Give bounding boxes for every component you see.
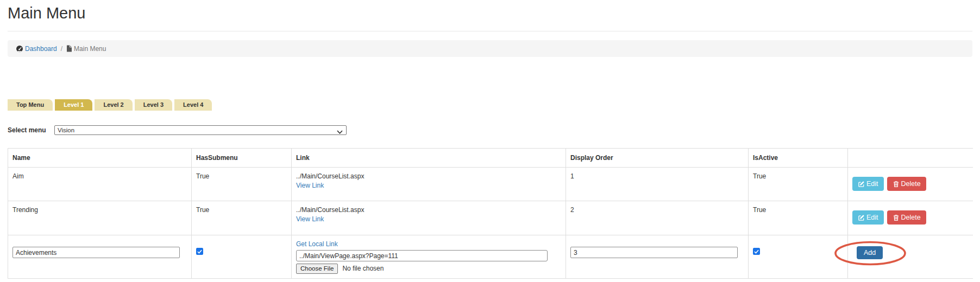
- cell-actions: Edit Delete: [848, 168, 973, 201]
- column-header-link: Link: [292, 149, 566, 168]
- chevron-down-icon: [337, 129, 343, 135]
- tab-top-menu[interactable]: Top Menu: [8, 99, 53, 111]
- link-url-input[interactable]: [296, 250, 548, 261]
- cell-is-active: True: [749, 201, 848, 235]
- tab-level-4[interactable]: Level 4: [174, 99, 212, 111]
- cell-name-input: [8, 235, 192, 279]
- breadcrumb: Dashboard / Main Menu: [8, 40, 972, 57]
- breadcrumb-current-label: Main Menu: [74, 45, 106, 53]
- tab-level-3[interactable]: Level 3: [135, 99, 172, 111]
- cell-name: Aim: [8, 168, 192, 201]
- tab-level-1[interactable]: Level 1: [55, 99, 92, 111]
- file-status-text: No file chosen: [342, 264, 384, 273]
- view-link[interactable]: View Link: [296, 215, 324, 223]
- cell-has-submenu: True: [192, 201, 292, 235]
- breadcrumb-dashboard-link[interactable]: Dashboard: [16, 45, 57, 53]
- column-header-display-order: Display Order: [566, 149, 749, 168]
- cell-is-active-checkbox: [749, 235, 848, 279]
- cell-add-action: Add: [848, 235, 973, 279]
- cell-actions: Edit Delete: [848, 201, 973, 235]
- cell-name: Trending: [8, 201, 192, 235]
- tab-level-2[interactable]: Level 2: [95, 99, 132, 111]
- cell-link-input: Get Local Link Choose File No file chose…: [292, 235, 566, 279]
- edit-icon: [858, 181, 865, 188]
- table-header-row: Name HasSubmenu Link Display Order IsAct…: [8, 149, 973, 168]
- table-row: Aim True ../Main/CourseList.aspx View Li…: [8, 168, 973, 201]
- has-submenu-checkbox[interactable]: [196, 248, 203, 255]
- column-header-name: Name: [8, 149, 192, 168]
- file-icon: [66, 45, 72, 52]
- display-order-input[interactable]: [570, 247, 738, 258]
- tab-strip: Top Menu Level 1 Level 2 Level 3 Level 4: [8, 99, 212, 111]
- link-url: ../Main/CourseList.aspx: [296, 172, 561, 181]
- edit-button-label: Edit: [866, 180, 878, 188]
- menu-select-value: Vision: [58, 127, 74, 133]
- menu-table: Name HasSubmenu Link Display Order IsAct…: [8, 148, 973, 279]
- is-active-checkbox[interactable]: [753, 248, 760, 255]
- cell-display-order: 2: [566, 201, 749, 235]
- title-divider: [8, 31, 972, 31]
- delete-button-label: Delete: [901, 214, 921, 221]
- get-local-link[interactable]: Get Local Link: [296, 240, 338, 248]
- breadcrumb-dashboard-label: Dashboard: [25, 45, 57, 53]
- select-menu-label: Select menu: [8, 126, 54, 134]
- menu-select[interactable]: Vision: [54, 125, 347, 135]
- cell-display-order: 1: [566, 168, 749, 201]
- trash-icon: [893, 214, 900, 221]
- cell-is-active: True: [749, 168, 848, 201]
- trash-icon: [893, 181, 900, 188]
- cell-has-submenu-checkbox: [192, 235, 292, 279]
- page-title: Main Menu: [8, 4, 85, 22]
- table-new-entry-row: Get Local Link Choose File No file chose…: [8, 235, 973, 279]
- breadcrumb-current: Main Menu: [66, 45, 106, 53]
- column-header-actions: [848, 149, 973, 168]
- edit-icon: [858, 214, 865, 221]
- cell-display-order-input: [566, 235, 749, 279]
- edit-button[interactable]: Edit: [852, 177, 884, 191]
- column-header-is-active: IsActive: [749, 149, 848, 168]
- link-url: ../Main/CourseList.aspx: [296, 206, 561, 215]
- file-upload: Choose File No file chosen: [296, 264, 561, 274]
- view-link[interactable]: View Link: [296, 182, 324, 189]
- edit-button[interactable]: Edit: [852, 210, 884, 225]
- cell-link: ../Main/CourseList.aspx View Link: [292, 201, 566, 235]
- delete-button[interactable]: Delete: [887, 177, 926, 191]
- table-row: Trending True ../Main/CourseList.aspx Vi…: [8, 201, 973, 235]
- cell-has-submenu: True: [192, 168, 292, 201]
- dashboard-icon: [16, 45, 23, 53]
- delete-button-label: Delete: [901, 180, 921, 188]
- name-input[interactable]: [12, 247, 180, 258]
- column-header-has-submenu: HasSubmenu: [192, 149, 292, 168]
- breadcrumb-separator: /: [61, 45, 62, 53]
- add-button[interactable]: Add: [857, 246, 883, 259]
- delete-button[interactable]: Delete: [887, 210, 926, 225]
- cell-link: ../Main/CourseList.aspx View Link: [292, 168, 566, 201]
- choose-file-button[interactable]: Choose File: [296, 264, 338, 274]
- select-menu-row: Select menu Vision: [8, 125, 347, 135]
- edit-button-label: Edit: [866, 214, 878, 221]
